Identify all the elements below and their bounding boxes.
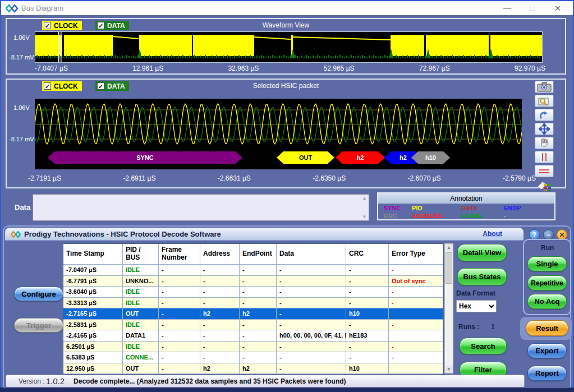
annotation-legend-data: DATA [461,204,504,212]
table-cell: - [277,298,346,309]
trigger-button[interactable]: Trigger [14,318,63,333]
zoom-preview-icon[interactable] [535,95,554,107]
table-row[interactable]: 6.2501 µSIDLE------ [63,342,443,353]
annotation-legend-panel: Annotation SYNCPIDDATAENDPCRCADDRESSFRAM… [377,192,555,220]
minimize-button[interactable]: — [498,1,517,15]
data-checkbox[interactable]: DATA [95,81,129,91]
table-cell: - [200,276,240,287]
table-row[interactable]: 6.5383 µSCONNE...------ [63,352,443,363]
table-cell: OUT [123,308,159,320]
packet-segment-h10[interactable]: h10 [411,151,450,164]
table-cell: h2 [240,363,277,375]
pan-icon[interactable] [535,123,554,135]
table-cell: - [389,287,443,298]
clock-checkbox[interactable]: CLOCK [42,21,82,30]
table-row[interactable]: -3.6040 µSIDLE------ [63,287,443,298]
table-cell: - [277,287,346,298]
table-cell: - [346,298,389,309]
annotation-title: Annotation [378,193,554,204]
scroll-down-icon[interactable]: ▼ [445,366,453,373]
checkbox-checked-icon [44,22,51,29]
clock-checkbox[interactable]: CLOCK [42,81,82,91]
table-cell: -6.7791 µS [63,276,123,287]
scroll-up-icon[interactable]: ▲ [361,196,368,201]
table-cell: h10 [346,308,389,320]
clock-checkbox-label: CLOCK [54,22,78,30]
packet-segment-sync[interactable]: SYNC [48,151,242,164]
table-cell: - [389,265,443,276]
table-row[interactable]: -2.4165 µSDATA1---h00, 00, 00, 00, 0F, 4… [63,330,443,342]
no-acq-button[interactable]: No Acq [527,294,567,309]
time-tick-label: 12.961 µS [132,64,163,72]
export-button[interactable]: Export [527,343,567,358]
table-scrollbar[interactable]: ▲ ▼ [444,243,453,373]
detail-view-button[interactable]: Detail View [457,244,507,261]
table-cell: IDLE [123,320,159,331]
table-cell: IDLE [123,342,159,353]
result-button[interactable]: Result [526,320,568,336]
table-cell: - [240,342,277,353]
table-cell: - [200,330,240,342]
annotation-legend-grid: SYNCPIDDATAENDPCRCADDRESSFRAME- [378,204,554,220]
table-body: -7.0407 µSIDLE-------6.7791 µSUNKNO...--… [63,265,443,374]
waveform-canvas[interactable] [35,31,543,63]
app-logo-icon [6,4,18,15]
time-tick-label: -2.6070 µS [408,174,441,182]
hand-icon[interactable] [535,137,554,149]
checkbox-checked-icon [44,82,51,90]
table-cell: -2.5831 µS [63,320,123,331]
scroll-up-icon[interactable]: ▲ [445,244,453,251]
data-format-select[interactable]: Hex [456,300,497,312]
time-tick-label: 52.965 µS [324,64,355,72]
table-row[interactable]: -6.7791 µSUNKNO...-----Out of sync [63,276,443,287]
table-cell: - [346,276,389,287]
scrollbar-thumb[interactable] [446,252,452,284]
close-button[interactable]: ✕ [548,1,567,15]
table-row[interactable]: -3.3313 µSIDLE------ [63,298,443,309]
configure-button[interactable]: Configure [14,287,63,301]
table-row[interactable]: 12.950 µSOUT-h2h2-h10 [63,363,443,375]
search-button[interactable]: Search [460,338,507,354]
about-link[interactable]: About [483,230,502,238]
repetitive-button[interactable]: Repetitive [527,275,567,290]
table-cell: -3.3313 µS [63,298,123,309]
table-cell: h2 [200,363,240,375]
table-cell: Out of sync [389,276,443,287]
table-cell [389,330,443,342]
vertical-cursors-icon[interactable] [535,151,554,163]
scroll-down-icon[interactable]: ▼ [361,214,368,219]
clock-data-waves [35,99,522,151]
packet-segment-out[interactable]: OUT [277,151,334,164]
camera-icon[interactable] [535,81,554,93]
checkbox-checked-icon [97,22,104,29]
bus-states-button[interactable]: Bus States [457,268,507,285]
table-cell: 6.2501 µS [63,342,123,353]
single-button[interactable]: Single [527,256,567,271]
table-cell: - [240,320,277,331]
table-cell: - [346,265,389,276]
run-section-label: Run [541,244,554,252]
table-row[interactable]: -2.7165 µSOUT-h2h2-h10 [63,308,443,320]
table-row[interactable]: -7.0407 µSIDLE------ [63,265,443,276]
data-field[interactable]: ▲ ▼ [33,194,369,221]
horizontal-cursors-icon[interactable] [535,165,554,177]
time-tick-label: -2.6631 µS [218,174,251,182]
undo-icon[interactable] [535,109,554,121]
time-tick-label: -2.6350 µS [313,174,346,182]
table-row[interactable]: -2.5831 µSIDLE------ [63,320,443,331]
table-cell: - [159,287,200,298]
palette-icon[interactable] [535,179,554,192]
table-cell: - [159,276,200,287]
time-tick-label: -7.0407 µS [35,64,68,72]
table-cell: -7.0407 µS [63,265,123,276]
runs-label: Runs : [458,323,479,331]
report-button[interactable]: Report [527,366,567,381]
packet-waveform-canvas[interactable]: SYNCOUTh2h2h10 [35,99,522,169]
time-tick-label: 32.963 µS [228,64,259,72]
decoder-header: Prodigy Technovations - HSIC Protocol De… [5,228,524,241]
maximize-button[interactable]: □ [523,1,542,15]
data-checkbox[interactable]: DATA [95,21,129,30]
table-cell: - [240,352,277,363]
table-cell: - [389,352,443,363]
packet-segment-h2[interactable]: h2 [336,151,385,164]
